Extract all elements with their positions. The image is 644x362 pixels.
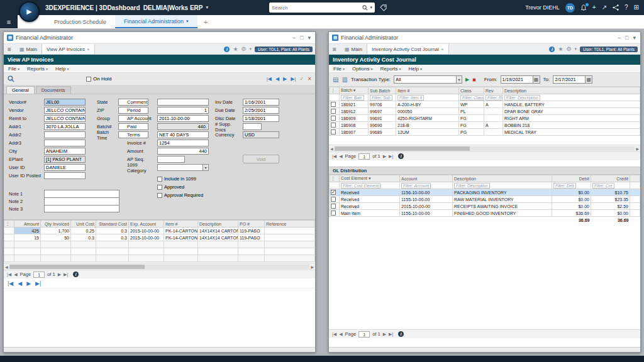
row-checkbox[interactable] [331, 129, 336, 134]
next-page-button[interactable]: ▶ [383, 332, 386, 337]
table-row[interactable]: 186908 99690 218-B FG A BOBBIN 218 [330, 122, 640, 129]
ap-account-field[interactable]: 2011-10-00-00 [157, 115, 209, 122]
row-checkbox[interactable] [331, 204, 336, 209]
col-credit[interactable]: Credit [591, 175, 630, 182]
accept-check-icon[interactable]: ✓ [299, 76, 304, 82]
row-checkbox[interactable] [331, 109, 336, 114]
table-row[interactable]: 425 1,700 0.25 0.3 2015-10-00-00 PK-14-C… [4, 228, 315, 234]
calendar-icon[interactable]: ▦ [533, 75, 540, 84]
search-icon[interactable] [362, 5, 368, 11]
col-sub-batch[interactable]: Sub Batch [369, 87, 396, 94]
menu-help[interactable]: Help▾ [409, 66, 422, 72]
prev-page-button[interactable]: ◀ [339, 332, 342, 337]
add-tab-button[interactable]: + [197, 15, 214, 28]
next-page-button[interactable]: ▶ [58, 272, 61, 277]
maximize-icon[interactable]: □ [625, 35, 628, 41]
table-row[interactable]: 186912 99697 000050 PL DFAR BONE GRAY [330, 108, 640, 115]
tab-production-schedule[interactable]: Production Schedule [45, 15, 115, 28]
row-checkbox[interactable] [331, 123, 336, 128]
terms-field[interactable]: NET 40 DAYS [157, 131, 209, 138]
userid-field[interactable]: DANIELE [44, 164, 86, 171]
info-icon[interactable]: i [73, 272, 79, 277]
last-record-icon[interactable]: ▶| [35, 280, 41, 287]
info-icon[interactable]: i [398, 153, 404, 159]
page-input[interactable]: 1 [358, 153, 370, 160]
first-page-button[interactable]: |◀ [332, 154, 336, 159]
filter-debit-input[interactable]: Filter: Deb [553, 183, 576, 189]
first-page-button[interactable]: |◀ [332, 332, 336, 337]
help-icon[interactable]: ? [625, 4, 628, 11]
minimize-icon[interactable]: − [618, 35, 621, 41]
scroll-track[interactable] [335, 146, 635, 151]
row-checkbox[interactable] [331, 190, 336, 195]
window-menu-icon[interactable]: ▾ [308, 35, 311, 41]
dropdown-caret-icon[interactable]: ▾ [203, 164, 209, 171]
last-record-icon[interactable]: ▶| [291, 76, 296, 82]
checkbox[interactable] [157, 185, 162, 190]
more-chevron-icon[interactable]: ▾ [250, 47, 252, 52]
table-row[interactable]: 186921 99706 A-200-H-BY WP A HANDLE, BAT… [330, 101, 640, 108]
prev-page-button[interactable]: ◀ [14, 272, 17, 277]
chart-icon[interactable]: ▤ [333, 76, 338, 83]
filter-description-input[interactable]: Filter: Description [454, 183, 490, 189]
comment-field[interactable] [157, 99, 209, 106]
tab-financial-administration[interactable]: Financial Administration▾ [115, 15, 197, 28]
stop-icon[interactable]: ■ [472, 77, 475, 83]
last-page-button[interactable]: ▶| [389, 154, 393, 159]
apps-grid-icon[interactable]: ⊞ [634, 4, 639, 11]
sidebar-hamburger-icon[interactable]: ≡ [0, 15, 18, 28]
tab-main[interactable]: ▦Main [15, 44, 42, 54]
col-rev[interactable]: Rev [484, 87, 503, 94]
scroll-left-icon[interactable]: ◀ [330, 146, 333, 151]
col-batch[interactable]: Batch ▾ [340, 87, 369, 94]
find-icon[interactable] [8, 75, 14, 82]
scroll-thumb[interactable] [9, 265, 145, 269]
settings-gear-icon[interactable]: ⚙ [567, 46, 572, 52]
col-description[interactable]: Description [503, 87, 640, 94]
last-page-button[interactable]: ▶| [389, 332, 393, 337]
row-checkbox[interactable] [331, 102, 336, 107]
minimize-icon[interactable]: − [292, 35, 296, 41]
vendor-no-field[interactable]: JEL00 [44, 99, 86, 106]
close-tab-icon[interactable]: × [441, 47, 444, 52]
addr1-field[interactable]: 3070 LA JOLLA [44, 123, 86, 130]
table-row[interactable]: Received 1155-10-00-00 RAW MATERIAL INVE… [330, 196, 640, 203]
menu-file[interactable]: File▾ [333, 66, 345, 72]
table-row[interactable]: Main Item 1156-10-00-00 FINISHED GOOD IN… [330, 210, 640, 217]
checkbox[interactable] [157, 193, 162, 198]
checkbox[interactable] [157, 177, 162, 182]
cancel-x-icon[interactable]: × [308, 75, 311, 82]
note3-field[interactable] [44, 205, 119, 212]
checkbox[interactable] [86, 77, 91, 82]
share-nodes-icon[interactable] [613, 4, 619, 11]
first-record-icon[interactable]: |◀ [8, 280, 13, 287]
more-chevron-icon[interactable]: ▾ [575, 47, 577, 52]
settings-gear-icon[interactable]: ⚙ [242, 46, 247, 52]
filter-class-input[interactable]: Filter: Class [460, 95, 484, 101]
approved-checkbox[interactable]: Approved [157, 184, 203, 190]
info-icon[interactable]: i [398, 331, 404, 337]
col-item[interactable]: Item # [164, 221, 198, 228]
userid-posted-field[interactable] [44, 172, 86, 179]
user-name[interactable]: Trevor DIEHL [525, 4, 560, 11]
product-title[interactable]: DELMIA|Works ERP [143, 4, 203, 11]
go-icon[interactable]: ▶ [465, 77, 469, 82]
filter-account-input[interactable]: Filter: Account [401, 183, 431, 189]
next-page-button[interactable]: ▶ [383, 154, 386, 159]
col-unit-cost[interactable]: Unit Cost [71, 221, 96, 228]
inv-date-field[interactable]: 1/16/2001 [243, 99, 279, 106]
addr3-field[interactable] [44, 140, 86, 146]
row-checkbox[interactable] [331, 197, 336, 202]
close-tab-icon[interactable]: × [87, 47, 90, 52]
3ds-compass-logo[interactable]: ▶ [19, 1, 40, 22]
horizontal-scrollbar[interactable]: ◀ ▶ [329, 145, 640, 151]
menu-hamburger-icon[interactable]: ≡ [329, 46, 340, 53]
page-input[interactable]: 1 [33, 272, 45, 278]
menu-options[interactable]: Options▾ [352, 66, 373, 72]
info-icon[interactable]: i [549, 47, 555, 52]
tab-general[interactable]: General [6, 86, 35, 94]
filter-description-input[interactable]: Filter: Description [504, 95, 540, 101]
col-standard-cost[interactable]: Standard Cost [96, 221, 129, 228]
chevron-down-icon[interactable]: ▾ [206, 5, 208, 10]
col-exp-account[interactable]: Exp. Account [129, 221, 164, 228]
